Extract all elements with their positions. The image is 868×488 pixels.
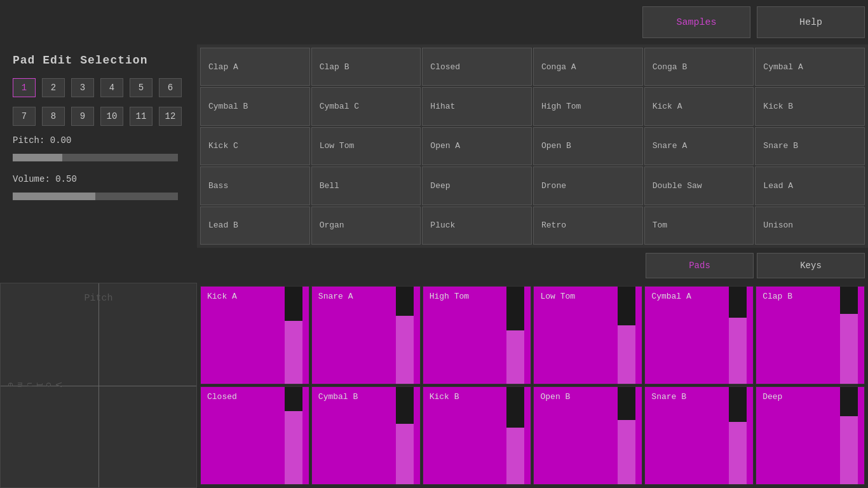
samples-button[interactable]: Samples [642,6,750,38]
pad-label: Clap B [763,292,792,301]
sample-cell-bass[interactable]: Bass [200,166,310,205]
left-panel: Pad Edit Selection 1 2 3 4 5 6 7 8 9 10 … [0,44,197,248]
pad-label: High Tom [430,292,469,301]
pads-grid: Kick ASnare AHigh TomLow TomCymbal AClap… [197,283,868,488]
pads-button[interactable]: Pads [646,253,754,278]
pad-label: Closed [207,392,237,402]
pad-slider-fill [840,314,858,384]
pad-cell-kick-b[interactable]: Kick B [423,386,532,485]
sample-cell-bell[interactable]: Bell [311,166,421,205]
pad-num-5[interactable]: 5 [130,78,153,97]
pad-cell-deep[interactable]: Deep [756,386,865,485]
pad-num-10[interactable]: 10 [100,107,123,126]
sample-cell-organ[interactable]: Organ [311,207,421,245]
pad-slider-fill [396,424,414,484]
sample-cell-retro[interactable]: Retro [533,207,643,245]
top-bar-right: Samples Help [639,0,868,44]
sample-cell-tom[interactable]: Tom [644,207,754,245]
pad-slider [729,387,747,484]
pad-cell-cymbal-a[interactable]: Cymbal A [644,286,754,384]
pad-num-3[interactable]: 3 [71,78,94,97]
sample-cell-unison[interactable]: Unison [755,207,865,245]
pitch-label: Pitch: 0.00 [13,135,184,146]
pad-slider-fill [618,420,635,484]
pad-num-2[interactable]: 2 [42,78,65,97]
pad-num-1[interactable]: 1 [13,78,36,97]
pad-label: Low Tom [540,292,575,301]
pad-num-8[interactable]: 8 [42,107,65,126]
pitch-xy-area[interactable]: Pitch Volume [0,283,197,488]
keys-button[interactable]: Keys [757,253,865,278]
sample-cell-cymbal-a[interactable]: Cymbal A [755,48,865,86]
volume-fill [13,193,95,200]
pad-num-11[interactable]: 11 [130,107,153,126]
pitch-slider[interactable] [13,154,178,161]
pad-slider [396,387,414,484]
pad-slider [396,287,414,384]
help-button[interactable]: Help [757,6,865,38]
pad-slider-fill [285,321,302,384]
sample-cell-kick-a[interactable]: Kick A [644,87,754,125]
sample-cell-kick-b[interactable]: Kick B [755,87,865,125]
pad-label: Cymbal B [318,392,358,402]
sample-cell-pluck[interactable]: Pluck [422,207,532,245]
sample-cell-high-tom[interactable]: High Tom [533,87,643,125]
sample-cell-double-saw[interactable]: Double Saw [644,166,754,205]
pad-slider-fill [285,411,302,484]
sample-cell-clap-b[interactable]: Clap B [311,48,421,86]
sample-cell-low-tom[interactable]: Low Tom [311,127,421,165]
sample-grid: Clap AClap BClosedConga AConga BCymbal A… [197,44,868,248]
pad-cell-closed[interactable]: Closed [200,386,309,485]
sample-cell-open-b[interactable]: Open B [533,127,643,165]
pad-slider [618,387,635,484]
pad-slider [285,287,302,384]
pad-num-12[interactable]: 12 [159,107,182,126]
pad-label: Snare B [651,392,686,402]
pad-cell-kick-a[interactable]: Kick A [200,286,309,384]
pad-label: Kick A [207,292,237,301]
pad-num-9[interactable]: 9 [71,107,94,126]
sample-cell-lead-a[interactable]: Lead A [755,166,865,205]
sample-cell-lead-b[interactable]: Lead B [200,207,310,245]
sample-cell-open-a[interactable]: Open A [422,127,532,165]
pad-cell-cymbal-b[interactable]: Cymbal B [311,386,421,485]
pad-slider-fill [840,416,858,484]
bottom-section: Pitch Volume Kick ASnare AHigh TomLow To… [0,283,868,488]
pad-num-6[interactable]: 6 [159,78,182,97]
sample-cell-conga-b[interactable]: Conga B [644,48,754,86]
main-content: Pad Edit Selection 1 2 3 4 5 6 7 8 9 10 … [0,44,868,248]
pad-label: Cymbal A [651,292,691,301]
sample-cell-kick-c[interactable]: Kick C [200,127,310,165]
pad-cell-open-b[interactable]: Open B [533,386,642,485]
sample-cell-snare-b[interactable]: Snare B [755,127,865,165]
crosshair-vertical [98,283,99,487]
pad-numbers-row2: 7 8 9 10 11 12 [13,107,184,126]
sample-cell-cymbal-c[interactable]: Cymbal C [311,87,421,125]
pad-num-7[interactable]: 7 [13,107,36,126]
sample-cell-conga-a[interactable]: Conga A [533,48,643,86]
pad-slider [506,287,524,384]
pitch-fill [13,154,62,161]
pad-cell-snare-a[interactable]: Snare A [311,286,421,384]
pad-cell-low-tom[interactable]: Low Tom [533,286,642,384]
sample-cell-hihat[interactable]: Hihat [422,87,532,125]
pad-slider [840,387,858,484]
sample-cell-deep[interactable]: Deep [422,166,532,205]
middle-bar: Pads Keys [0,248,868,283]
pad-label: Snare A [318,292,353,301]
sample-cell-cymbal-b[interactable]: Cymbal B [200,87,310,125]
pad-cell-snare-b[interactable]: Snare B [644,386,754,485]
pad-cell-high-tom[interactable]: High Tom [423,286,532,384]
pad-slider [506,387,524,484]
volume-label: Volume: 0.50 [13,174,184,184]
sample-cell-clap-a[interactable]: Clap A [200,48,310,86]
pad-slider-fill [506,330,524,384]
pad-num-4[interactable]: 4 [100,78,123,97]
sample-cell-snare-a[interactable]: Snare A [644,127,754,165]
sample-cell-drone[interactable]: Drone [533,166,643,205]
sample-cell-closed[interactable]: Closed [422,48,532,86]
middle-bar-right: Pads Keys [197,250,868,281]
volume-slider[interactable] [13,193,178,200]
volume-xy-label: Volume [6,382,63,389]
pad-cell-clap-b[interactable]: Clap B [756,286,865,384]
